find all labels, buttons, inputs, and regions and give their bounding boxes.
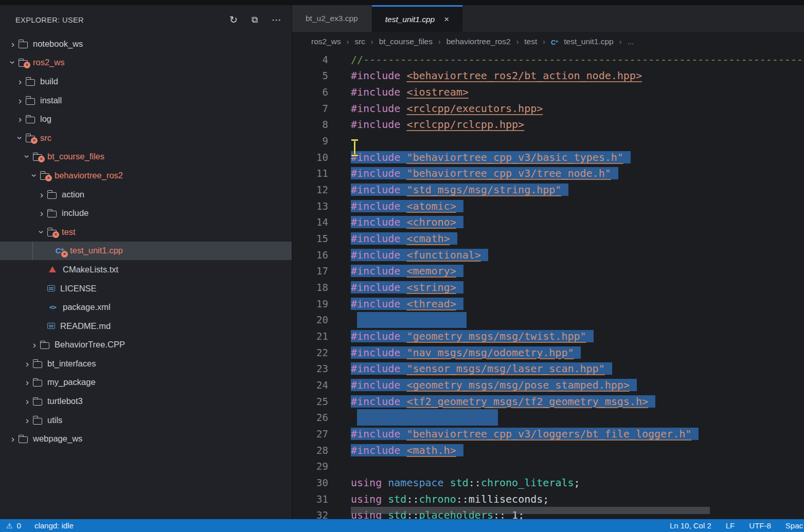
line-number[interactable]: 32 <box>292 509 351 519</box>
refresh-icon[interactable]: ↻ <box>229 15 238 25</box>
line-number[interactable]: 4 <box>292 54 351 65</box>
code-line[interactable]: 24 #include <geometry_msgs/msg/pose_stam… <box>292 377 804 393</box>
line-number[interactable]: 23 <box>292 363 351 374</box>
tree-item-cmakelists-txt[interactable]: CMakeLists.txt <box>0 260 292 279</box>
code-line[interactable]: 19 #include <thread> <box>292 296 804 312</box>
code-line[interactable]: 6 #include <iostream> <box>292 84 804 100</box>
breadcrumb-item[interactable]: bt_course_files <box>379 37 433 46</box>
tree-item-package-xml[interactable]: package.xml <box>0 298 292 317</box>
line-number[interactable]: 21 <box>292 331 351 342</box>
breadcrumb-item[interactable]: behaviortree_ros2 <box>446 37 511 46</box>
line-number[interactable]: 11 <box>292 168 351 179</box>
line-number[interactable]: 20 <box>292 314 351 325</box>
status-item-spac[interactable]: Spac <box>785 521 803 530</box>
code-line[interactable]: 23 #include "sensor_msgs/msg/laser_scan.… <box>292 360 804 377</box>
tree-item-install[interactable]: › install <box>0 91 292 110</box>
line-number[interactable]: 12 <box>292 184 351 195</box>
code-line[interactable]: 15 #include <cmath> <box>292 230 804 247</box>
line-number[interactable]: 18 <box>292 282 351 293</box>
tree-item-behaviortree-ros2[interactable]: › × behaviortree_ros2 <box>0 166 292 185</box>
problems-indicator[interactable]: ⚠ 0 <box>6 521 21 530</box>
more-actions-icon[interactable]: ⋯ <box>272 15 281 25</box>
line-number[interactable]: 26 <box>292 412 351 423</box>
code-line[interactable]: 5 #include <behaviortree_ros2/bt_action_… <box>292 68 804 84</box>
line-number[interactable]: 10 <box>292 152 351 163</box>
code-line[interactable]: 12 #include "std_msgs/msg/string.hpp" <box>292 181 804 198</box>
code-line[interactable]: 11 #include "behaviortree_cpp_v3/tree_no… <box>292 166 804 182</box>
breadcrumb-more[interactable]: ... <box>627 37 634 46</box>
tree-item-notebook-ws[interactable]: › notebook_ws <box>0 34 292 53</box>
horizontal-scrollbar[interactable] <box>351 507 710 514</box>
code-line[interactable]: 20 <box>292 312 804 328</box>
collapse-folders-icon[interactable]: ⧉ <box>252 15 258 24</box>
code-line[interactable]: 27 #include "behaviortree_cpp_v3/loggers… <box>292 426 804 442</box>
line-number[interactable]: 30 <box>292 477 351 488</box>
tree-item-log[interactable]: › log <box>0 109 292 129</box>
tree-item-ros2-ws[interactable]: › × ros2_ws <box>0 53 292 72</box>
line-number[interactable]: 16 <box>292 249 351 261</box>
language-server-status[interactable]: clangd: idle <box>34 521 74 530</box>
code-line[interactable]: 4 //------------------------------------… <box>292 51 804 68</box>
tree-item-webpage-ws[interactable]: › webpage_ws <box>0 429 292 448</box>
code-line[interactable]: 16 #include <functional> <box>292 247 804 263</box>
line-number[interactable]: 14 <box>292 216 351 228</box>
breadcrumb-item[interactable]: test <box>524 37 537 46</box>
line-number[interactable]: 24 <box>292 379 351 391</box>
code-line[interactable]: 18 #include <string> <box>292 279 804 296</box>
code-line[interactable]: 13 #include <atomic> <box>292 198 804 214</box>
tree-item-build[interactable]: › build <box>0 72 292 91</box>
code-line[interactable]: 7 #include <rclcpp/executors.hpp> <box>292 100 804 117</box>
line-number[interactable]: 19 <box>292 298 351 309</box>
close-icon[interactable]: × <box>444 15 449 24</box>
line-number[interactable]: 13 <box>292 200 351 212</box>
breadcrumb-item[interactable]: src <box>354 37 365 46</box>
tree-item-test[interactable]: › × test <box>0 223 292 242</box>
code-line[interactable]: 29 <box>292 458 804 474</box>
tree-item-utils[interactable]: › utils <box>0 411 292 430</box>
line-number[interactable]: 27 <box>292 428 351 439</box>
code-line[interactable]: 22 #include "nav_msgs/msg/odometry.hpp" <box>292 344 804 361</box>
line-number[interactable]: 25 <box>292 396 351 407</box>
tab-bt-u2-ex3-cpp[interactable]: bt_u2_ex3.cpp <box>292 5 371 32</box>
tree-item-behaviortree-cpp[interactable]: › BehaviorTree.CPP <box>0 336 292 355</box>
breadcrumb-item-file[interactable]: test_unit1.cpp <box>564 37 614 46</box>
line-number[interactable]: 22 <box>292 347 351 358</box>
code-line[interactable]: 21 #include "geometry_msgs/msg/twist.hpp… <box>292 328 804 344</box>
code-line[interactable]: 17 #include <memory> <box>292 263 804 280</box>
code-line[interactable]: 31 using std::chrono::milliseconds; <box>292 491 804 507</box>
tree-item-my-package[interactable]: › my_package <box>0 373 292 392</box>
status-item-ln-10-col-2[interactable]: Ln 10, Col 2 <box>670 521 711 530</box>
code-line[interactable]: 8 #include <rclcpp/rclcpp.hpp> <box>292 117 804 133</box>
tree-item-turtlebot3[interactable]: › turtlebot3 <box>0 392 292 411</box>
line-number[interactable]: 8 <box>292 119 351 130</box>
line-number[interactable]: 9 <box>292 135 351 146</box>
tree-item-readme-md[interactable]: README.md <box>0 317 292 336</box>
line-number[interactable]: 31 <box>292 493 351 505</box>
line-number[interactable]: 28 <box>292 445 351 456</box>
line-number[interactable]: 17 <box>292 265 351 277</box>
code-line[interactable]: 30 using namespace std::chrono_literals; <box>292 474 804 491</box>
line-number[interactable]: 6 <box>292 86 351 98</box>
tree-item-src[interactable]: › × src <box>0 129 292 148</box>
tree-item-action[interactable]: › action <box>0 185 292 204</box>
line-number[interactable]: 5 <box>292 70 351 81</box>
code-editor[interactable]: 4 //------------------------------------… <box>292 51 804 519</box>
code-line[interactable]: 9 <box>292 133 804 149</box>
tree-item-include[interactable]: › include <box>0 204 292 223</box>
tree-item-license[interactable]: LICENSE <box>0 279 292 298</box>
code-line[interactable]: 10 #include "behaviortree_cpp_v3/basic_t… <box>292 149 804 166</box>
code-line[interactable]: 26 <box>292 409 804 426</box>
tree-item-bt-interfaces[interactable]: › bt_interfaces <box>0 354 292 373</box>
tab-test-unit1-cpp[interactable]: test_unit1.cpp × <box>372 5 462 32</box>
code-line[interactable]: 14 #include <chrono> <box>292 214 804 231</box>
tree-item-test-unit1-cpp[interactable]: × test_unit1.cpp <box>0 242 292 261</box>
tree-item-bt-course-files[interactable]: › × bt_course_files <box>0 148 292 167</box>
status-item-lf[interactable]: LF <box>726 521 735 530</box>
breadcrumb-item[interactable]: ros2_ws <box>311 37 341 46</box>
code-line[interactable]: 25 #include <tf2_geometry_msgs/tf2_geome… <box>292 393 804 410</box>
status-item-utf-8[interactable]: UTF-8 <box>749 521 771 530</box>
line-number[interactable]: 15 <box>292 233 351 244</box>
code-line[interactable]: 28 #include <math.h> <box>292 442 804 458</box>
line-number[interactable]: 7 <box>292 103 351 114</box>
line-number[interactable]: 29 <box>292 461 351 472</box>
